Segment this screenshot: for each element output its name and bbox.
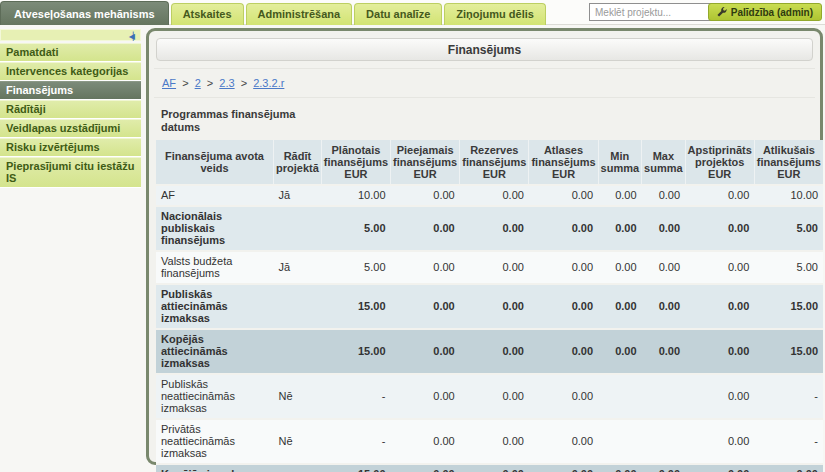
table-row: AF Jā 10.00 0.00 0.00 0.00 0.00 0.00 0.0… bbox=[156, 185, 823, 206]
table-header-row: Finansējuma avota veids Rādīt projektā P… bbox=[156, 140, 823, 185]
tab-atveselosanas-mehanisms[interactable]: Atveseļošanas mehānisms bbox=[0, 1, 169, 25]
breadcrumb-link-2-3[interactable]: 2.3 bbox=[219, 77, 234, 89]
table-row: Nacionālais publiskais finansējums 5.00 … bbox=[156, 206, 823, 251]
sidebar-item-raditaji[interactable]: Rādītāji bbox=[0, 100, 141, 119]
tab-zinojumu-delis[interactable]: Ziņojumu dēlis bbox=[444, 3, 546, 25]
col-header-atlases: Atlases finansējums EUR bbox=[529, 140, 598, 185]
table-row: Publiskās neattiecināmās izmaksas Nē - 0… bbox=[156, 374, 823, 419]
sidebar-item-pieprasijumi-citu-iestazu-is[interactable]: Pieprasījumi citu iestāžu IS bbox=[0, 157, 141, 188]
col-header-max-summa: Max summa bbox=[642, 140, 686, 185]
help-admin-button[interactable]: Palīdzība (admin) bbox=[708, 3, 822, 21]
wrench-icon bbox=[717, 7, 727, 17]
sidebar-collapse-strip: ◀▏ bbox=[0, 29, 141, 41]
breadcrumb-link-af[interactable]: AF bbox=[162, 77, 176, 89]
financing-table: Finansējuma avota veids Rādīt projektā P… bbox=[156, 140, 823, 472]
page-title: Finansējums bbox=[156, 38, 813, 61]
sidebar-item-intervences-kategorijas[interactable]: Intervences kategorijas bbox=[0, 62, 141, 81]
breadcrumb-separator: > bbox=[182, 77, 188, 89]
breadcrumb-link-2-3-2-r[interactable]: 2.3.2.r bbox=[253, 77, 284, 89]
sidebar-collapse-icon[interactable]: ◀▏ bbox=[129, 32, 137, 41]
sidebar-item-veidlapas-uzstadijumi[interactable]: Veidlapas uzstādījumi bbox=[0, 119, 141, 138]
sidebar: ◀▏ Pamatdati Intervences kategorijas Fin… bbox=[0, 29, 141, 188]
table-row: Privātās neattiecināmās izmaksas Nē - 0.… bbox=[156, 419, 823, 464]
breadcrumb-link-2[interactable]: 2 bbox=[195, 77, 201, 89]
breadcrumb: AF > 2 > 2.3 > 2.3.2.r bbox=[154, 68, 815, 98]
table-row: Valsts budžeta finansējums Jā 5.00 0.00 … bbox=[156, 251, 823, 284]
col-header-atlikusais: Atlikušais finansējums EUR bbox=[754, 140, 823, 185]
col-header-planotais: Plānotais finansējums EUR bbox=[321, 140, 390, 185]
table-row: Publiskās attiecināmās izmaksas 15.00 0.… bbox=[156, 284, 823, 329]
breadcrumb-separator: > bbox=[207, 77, 213, 89]
col-header-avota-veids: Finansējuma avota veids bbox=[156, 140, 273, 185]
col-header-min-summa: Min summa bbox=[598, 140, 642, 185]
breadcrumb-separator: > bbox=[241, 77, 247, 89]
col-header-apstiprinats: Apstiprināts projektos EUR bbox=[685, 140, 754, 185]
tab-datu-analize[interactable]: Datu analīze bbox=[354, 3, 442, 25]
table-row: Kopējās attiecināmās izmaksas 15.00 0.00… bbox=[156, 329, 823, 374]
help-admin-label: Palīdzība (admin) bbox=[731, 7, 813, 18]
top-bar: Atveseļošanas mehānisms Atskaites Admini… bbox=[0, 0, 825, 25]
sidebar-item-finansejums[interactable]: Finansējums bbox=[0, 81, 141, 100]
main-panel: Finansējums AF > 2 > 2.3 > 2.3.2.r Progr… bbox=[146, 28, 823, 465]
sidebar-item-risku-izvertejums[interactable]: Risku izvērtējums bbox=[0, 138, 141, 157]
sidebar-item-pamatdati[interactable]: Pamatdati bbox=[0, 43, 141, 62]
table-row: Kopējās izmaksas 15.00 0.00 0.00 0.00 0.… bbox=[156, 464, 823, 472]
tab-atskaites[interactable]: Atskaites bbox=[171, 3, 244, 25]
top-tabs: Atveseļošanas mehānisms Atskaites Admini… bbox=[0, 0, 548, 25]
program-financing-date-label: Programmas finansējuma datums bbox=[161, 108, 321, 134]
col-header-radit-projekta: Rādīt projektā bbox=[273, 140, 321, 185]
search-input[interactable] bbox=[589, 3, 723, 21]
col-header-pieejamais: Pieejamais finansējums EUR bbox=[391, 140, 460, 185]
tab-administresana[interactable]: Administrēšana bbox=[246, 3, 353, 25]
col-header-rezerves: Rezerves finansējums EUR bbox=[460, 140, 529, 185]
